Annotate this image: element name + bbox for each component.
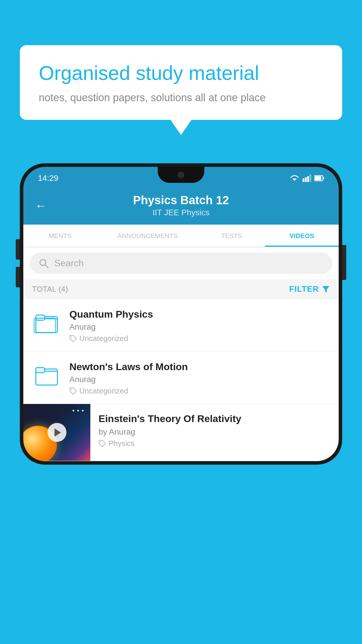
tab-ments[interactable]: MENTS <box>23 225 97 247</box>
status-bar: 14:29 <box>23 167 339 187</box>
svg-rect-4 <box>310 174 311 182</box>
svg-rect-1 <box>303 178 304 182</box>
video-author-1: Anurag <box>69 322 330 332</box>
folder-icon-2 <box>32 361 61 389</box>
play-button[interactable] <box>48 423 66 442</box>
list-item[interactable]: Newton's Laws of Motion Anurag Uncategor… <box>23 351 339 404</box>
app-header: ← Physics Batch 12 IIT JEE Physics <box>23 187 339 225</box>
volume-down-button <box>16 267 20 287</box>
svg-rect-17 <box>36 371 57 385</box>
tabs-bar: MENTS ANNOUNCEMENTS TESTS VIDEOS <box>23 225 339 247</box>
tab-tests[interactable]: TESTS <box>198 225 265 247</box>
speech-bubble-title: Organised study material <box>39 61 323 85</box>
svg-line-9 <box>45 265 48 268</box>
video-tag-3: Physics <box>99 439 331 448</box>
speech-bubble-subtitle: notes, question papers, solutions all at… <box>39 92 323 104</box>
svg-point-20 <box>100 442 101 443</box>
speech-bubble: Organised study material notes, question… <box>20 45 342 120</box>
video-thumbnail: ✦ ✦ ✦ <box>23 404 90 461</box>
video-title-3: Einstein's Theory Of Relativity <box>99 412 331 425</box>
svg-rect-3 <box>307 176 309 182</box>
search-container: Search <box>23 247 339 279</box>
filter-funnel-icon <box>322 285 330 293</box>
svg-rect-6 <box>323 177 324 179</box>
header-row: ← Physics Batch 12 IIT JEE Physics <box>35 194 327 217</box>
tab-videos[interactable]: VIDEOS <box>265 225 339 247</box>
phone-outer: 14:29 ← Physics Batch 12 <box>20 163 342 465</box>
total-count-label: TOTAL (4) <box>32 285 68 294</box>
svg-rect-7 <box>315 176 321 180</box>
list-item[interactable]: ✦ ✦ ✦ Einstein's Theory Of Relativity by… <box>23 404 339 461</box>
phone-mockup: 14:29 ← Physics Batch 12 <box>20 163 342 644</box>
tag-label-1: Uncategorized <box>79 334 128 343</box>
tag-label-2: Uncategorized <box>79 386 128 396</box>
svg-rect-2 <box>305 177 307 182</box>
video-tag-2: Uncategorized <box>69 386 330 396</box>
video-author-2: Anurag <box>69 375 330 384</box>
filter-button[interactable]: FILTER <box>289 284 330 294</box>
battery-icon <box>314 175 324 181</box>
video-title-1: Quantum Physics <box>69 309 330 320</box>
svg-rect-18 <box>36 368 45 373</box>
video-author-3: by Anurag <box>99 427 331 437</box>
signal-icon <box>303 174 311 182</box>
speech-bubble-container: Organised study material notes, question… <box>20 45 342 120</box>
video-list: Quantum Physics Anurag Uncategorized <box>23 299 339 461</box>
video-title-2: Newton's Laws of Motion <box>69 361 330 372</box>
phone-notch <box>158 167 204 183</box>
volume-up-button <box>16 239 20 260</box>
back-arrow-icon: ← <box>35 199 47 212</box>
header-titles: Physics Batch 12 IIT JEE Physics <box>133 194 229 217</box>
filter-bar: TOTAL (4) FILTER <box>23 279 339 299</box>
status-icons <box>289 174 324 182</box>
wifi-icon <box>289 174 300 182</box>
front-camera <box>178 172 184 178</box>
svg-point-15 <box>71 337 72 338</box>
back-button[interactable]: ← <box>35 200 47 211</box>
list-item[interactable]: Quantum Physics Anurag Uncategorized <box>23 299 339 351</box>
phone-inner: 14:29 ← Physics Batch 12 <box>23 167 339 461</box>
filter-label: FILTER <box>289 284 319 294</box>
tag-icon-3 <box>99 440 106 447</box>
video-info-1: Quantum Physics Anurag Uncategorized <box>69 307 330 343</box>
svg-rect-12 <box>36 319 57 332</box>
play-triangle-icon <box>55 428 61 437</box>
header-title: Physics Batch 12 <box>133 194 229 207</box>
folder-icon-1 <box>32 309 61 336</box>
search-placeholder: Search <box>54 258 84 269</box>
tag-icon-1 <box>69 335 77 342</box>
header-subtitle: IIT JEE Physics <box>133 208 229 217</box>
tab-announcements[interactable]: ANNOUNCEMENTS <box>97 225 198 247</box>
svg-point-19 <box>71 389 72 390</box>
video-info-3: Einstein's Theory Of Relativity by Anura… <box>90 404 339 461</box>
speech-bubble-arrow <box>170 119 192 135</box>
search-icon <box>38 258 49 269</box>
search-bar[interactable]: Search <box>30 253 332 274</box>
svg-rect-13 <box>36 315 45 320</box>
power-button <box>342 245 346 280</box>
video-info-2: Newton's Laws of Motion Anurag Uncategor… <box>69 360 330 396</box>
video-tag-1: Uncategorized <box>69 334 330 343</box>
status-time: 14:29 <box>38 174 58 183</box>
tag-label-3: Physics <box>108 439 135 448</box>
svg-marker-0 <box>292 178 297 181</box>
svg-marker-10 <box>322 286 329 293</box>
stars-visual: ✦ ✦ ✦ <box>72 408 85 413</box>
tag-icon-2 <box>69 387 77 395</box>
